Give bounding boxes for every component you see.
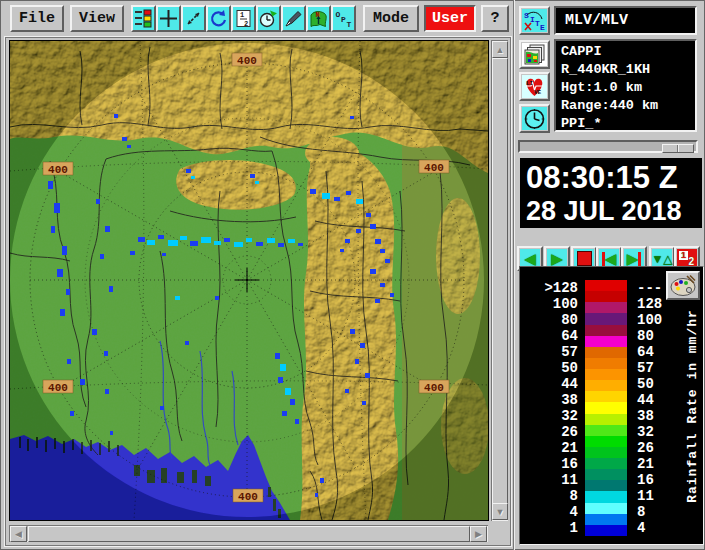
legend-right-label: 32 <box>637 424 681 440</box>
radar-echo <box>370 224 376 229</box>
frame-position-slider[interactable] <box>518 140 698 153</box>
legend-right-label: 11 <box>637 488 681 504</box>
legend-left-label: 11 <box>524 472 578 488</box>
legend-color-band <box>585 480 627 491</box>
legend-unit-label: Rainfall Rate in mm/hr <box>685 309 700 503</box>
range-ring-label: 400 <box>43 162 73 176</box>
radar-echo <box>92 329 97 335</box>
radar-echo <box>282 411 287 416</box>
radar-echo <box>340 249 344 252</box>
schedule-clock-button[interactable] <box>256 5 281 32</box>
map-navigate-icon: N <box>308 7 329 30</box>
frame-slider-thumb[interactable] <box>662 144 694 153</box>
svg-text:T: T <box>347 19 352 28</box>
radar-echo <box>360 343 365 348</box>
file-menu-button[interactable]: File <box>10 5 64 32</box>
radar-echo <box>320 478 324 483</box>
schedule-button[interactable] <box>519 104 550 133</box>
product-scan-type: PPI_* <box>561 115 695 133</box>
radar-echo <box>138 237 145 242</box>
svg-text:400: 400 <box>237 55 257 67</box>
refresh-button[interactable] <box>206 5 231 32</box>
scroll-down-button[interactable]: ▼ <box>492 503 508 520</box>
radar-echo <box>114 114 118 118</box>
map-horizontal-scrollbar[interactable]: ◀ ▶ <box>9 525 488 542</box>
scroll-right-button[interactable]: ▶ <box>470 526 487 542</box>
radar-echo <box>234 242 243 247</box>
options-icon: OPT <box>333 7 354 30</box>
legend-right-label: 44 <box>637 392 681 408</box>
view-menu-button[interactable]: View <box>70 5 124 32</box>
radar-echo <box>334 197 340 201</box>
page-half-button[interactable]: 12 <box>231 5 256 32</box>
legend-color-band <box>585 280 627 291</box>
range-ring-label: 400 <box>419 380 449 394</box>
vertical-scroll-thumb[interactable] <box>492 58 508 504</box>
legend-color-band <box>585 447 627 458</box>
live-heart-icon: LIVE <box>522 75 547 98</box>
legend-left-label: 4 <box>524 504 578 520</box>
legend-left-label: 26 <box>524 424 578 440</box>
radar-echo <box>51 226 55 233</box>
range-ring-label: 400 <box>43 380 73 394</box>
scroll-up-button[interactable]: ▲ <box>492 41 508 58</box>
radar-echo <box>96 199 100 204</box>
user-mode-button[interactable]: User <box>424 5 476 32</box>
options-button[interactable]: OPT <box>331 5 356 32</box>
site-select-button[interactable]: SITE <box>519 6 550 35</box>
datetime-display: 08:30:15 Z 28 JUL 2018 <box>520 158 702 228</box>
legend-color-band <box>585 391 627 402</box>
color-scale-button[interactable] <box>131 5 156 32</box>
product-name: R_440KR_1KH <box>561 61 695 79</box>
radar-echo <box>246 238 252 242</box>
scroll-left-button[interactable]: ◀ <box>10 526 27 542</box>
measure-distance-button[interactable] <box>181 5 206 32</box>
help-button[interactable]: ? <box>481 5 509 32</box>
measure-distance-icon <box>183 7 204 30</box>
radar-echo <box>190 241 198 246</box>
legend-right-label: 16 <box>637 472 681 488</box>
refresh-icon <box>208 7 229 30</box>
legend-left-label: 50 <box>524 360 578 376</box>
radar-echo <box>60 309 65 316</box>
draw-icon <box>283 7 304 30</box>
crosshair-button[interactable] <box>156 5 181 32</box>
radar-echo <box>288 239 295 243</box>
legend-color-band <box>585 436 627 447</box>
radar-echo <box>322 193 330 199</box>
range-ring-label: 400 <box>419 160 449 174</box>
svg-text:2: 2 <box>244 19 248 27</box>
radar-echo <box>147 240 155 245</box>
live-mode-button[interactable]: LIVE <box>519 72 550 101</box>
radar-echo <box>100 254 104 259</box>
radar-echo <box>350 116 354 119</box>
svg-text:S: S <box>524 11 529 20</box>
horizontal-scroll-thumb[interactable] <box>28 526 470 542</box>
control-side-panel: SITE MLV/MLV LIVE CAPPI R_440KR_1KH Hgt:… <box>513 0 705 550</box>
legend-left-label: 44 <box>524 376 578 392</box>
legend-right-label: 21 <box>637 456 681 472</box>
radar-echo <box>66 289 70 295</box>
legend-left-label: 64 <box>524 328 578 344</box>
map-navigate-button[interactable]: N <box>306 5 331 32</box>
radar-echo <box>380 283 385 287</box>
map-vertical-scrollbar[interactable]: ▲ ▼ <box>491 40 508 521</box>
radar-echo <box>346 191 351 195</box>
product-maps-icon <box>522 43 547 66</box>
mode-menu-button[interactable]: Mode <box>363 5 419 32</box>
legend-color-band <box>585 313 627 324</box>
page-half-icon: 12 <box>233 7 254 30</box>
radar-echo <box>356 199 363 204</box>
radar-echo <box>215 296 219 300</box>
draw-button[interactable] <box>281 5 306 32</box>
legend-color-band <box>585 503 627 514</box>
radar-echo <box>162 253 166 256</box>
date-text: 28 JUL 2018 <box>526 196 702 226</box>
radar-echo <box>122 137 127 141</box>
palette-button[interactable] <box>666 271 700 300</box>
svg-text:400: 400 <box>424 382 444 394</box>
radar-map-viewport[interactable]: 400400400400400400 <box>9 40 489 521</box>
product-stack-button[interactable] <box>519 40 550 69</box>
legend-left-label: 32 <box>524 408 578 424</box>
radar-echo <box>255 181 259 184</box>
